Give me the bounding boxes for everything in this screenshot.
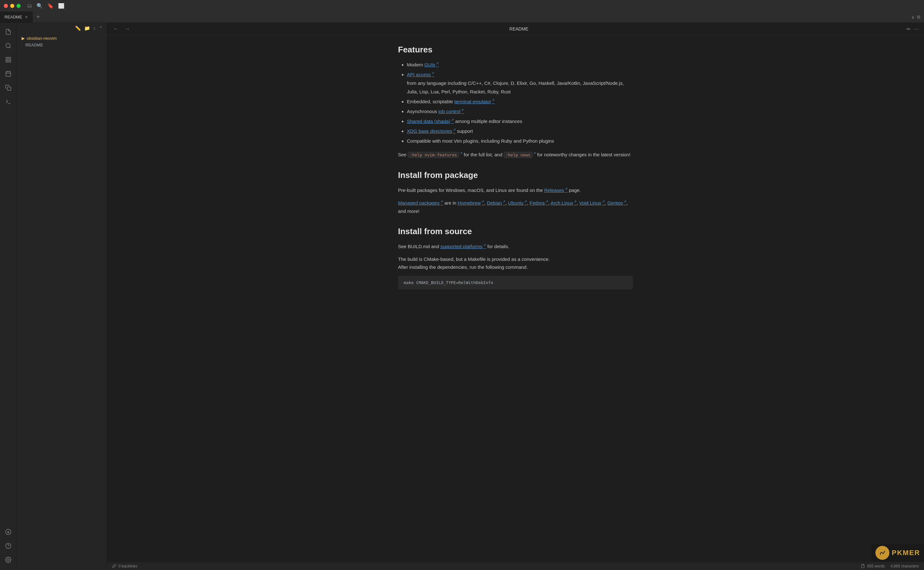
minimize-button[interactable] — [10, 4, 14, 8]
pkmer-logo — [875, 546, 889, 560]
folder-obsidian-neovim[interactable]: ▶ obsidian-neovim — [17, 35, 107, 41]
edit-icon[interactable]: ✏ — [907, 26, 911, 32]
back-button[interactable]: ← — [112, 25, 120, 32]
folder-label: obsidian-neovim — [27, 36, 57, 41]
tab-split-icon[interactable]: ⧉ — [917, 14, 920, 20]
file-manager-icon[interactable]: 🗂 — [27, 3, 32, 9]
svg-point-0 — [6, 43, 10, 48]
bookmark-icon[interactable]: 🔖 — [47, 3, 54, 9]
sidebar-icon-help[interactable] — [2, 539, 15, 552]
features-heading: Features — [398, 45, 633, 55]
words-value: 655 words — [867, 564, 884, 568]
tabbar: README ✕ + ∨ ⧉ — [0, 11, 924, 23]
releases-link[interactable]: Releases↗ — [544, 187, 568, 193]
chars-value: 4,866 characters — [890, 564, 919, 568]
fedora-link[interactable]: Fedora↗ — [529, 200, 548, 205]
gentoo-link[interactable]: Gentoo↗ — [607, 200, 626, 205]
supported-platforms-link[interactable]: supported platforms↗ — [440, 244, 486, 249]
file-tree: ▶ obsidian-neovim README — [17, 34, 107, 49]
word-count: 655 words — [861, 564, 884, 568]
sidebar-icon-search[interactable] — [2, 40, 15, 52]
sidebar-icon-calendar[interactable] — [2, 67, 15, 80]
forward-button[interactable]: → — [124, 25, 131, 32]
char-count: 4,866 characters — [890, 564, 919, 568]
job-control-link[interactable]: job control↗ — [438, 109, 464, 114]
feature-shada: Shared data (shada)↗ among multiple edit… — [407, 117, 633, 126]
titlebar: 🗂 🔍 🔖 ⬜ — [0, 0, 924, 11]
sidebar-icon-extensions[interactable] — [2, 54, 15, 66]
shared-data-link[interactable]: Shared data (shada)↗ — [407, 118, 454, 124]
maximize-button[interactable] — [17, 4, 21, 8]
file-label: README — [25, 43, 43, 48]
more-icon[interactable]: ⋯ — [914, 26, 919, 32]
tab-close-icon[interactable]: ✕ — [25, 15, 28, 19]
pkmer-label: PKMER — [892, 549, 920, 557]
new-file-icon[interactable]: ✏️ — [75, 25, 81, 31]
statusbar: 0 backlinks 655 words 4,866 characters — [107, 562, 924, 570]
main-layout: ✏️ 📁 ↕ ⌃ ▶ obsidian-neovim README ← → RE… — [0, 23, 924, 570]
sidebar-icon-files[interactable] — [2, 25, 15, 38]
search-icon[interactable]: 🔍 — [37, 3, 43, 9]
file-panel-header: ✏️ 📁 ↕ ⌃ — [17, 23, 107, 34]
new-folder-icon[interactable]: 📁 — [84, 25, 90, 31]
folder-icon: ▶ — [21, 36, 25, 41]
feature-api: API access↗ from any language including … — [407, 70, 633, 96]
svg-rect-2 — [6, 58, 8, 60]
homebrew-link[interactable]: Homebrew↗ — [458, 200, 484, 205]
feature-jobcontrol: Asynchronous job control↗ — [407, 107, 633, 116]
install-source-heading: Install from source — [398, 227, 633, 236]
tab-right-actions: ∨ ⧉ — [911, 14, 924, 20]
tab-add-icon[interactable]: + — [33, 14, 44, 20]
panel-icon[interactable]: ⬜ — [58, 3, 64, 9]
svg-point-14 — [5, 543, 11, 549]
sort-icon[interactable]: ↕ — [93, 25, 96, 31]
features-note: See :help nvim-features↗ for the full li… — [398, 150, 633, 159]
backlinks-count: 0 backlinks — [118, 564, 137, 568]
debian-link[interactable]: Debian↗ — [487, 200, 506, 205]
titlebar-icons: 🗂 🔍 🔖 ⬜ — [27, 3, 64, 9]
help-news-code[interactable]: :help news — [504, 152, 532, 158]
feature-terminal: Embedded, scriptable terminal emulator↗ — [407, 97, 633, 106]
features-list: Modern GUIs↗ API access↗ from any langua… — [398, 60, 633, 145]
sidebar-icon-download[interactable] — [2, 526, 15, 538]
ubuntu-link[interactable]: Ubuntu↗ — [508, 200, 527, 205]
close-button[interactable] — [4, 4, 8, 8]
feature-vim-compat: Compatible with most Vim plugins, includ… — [407, 136, 633, 145]
cmake-command: make CMAKE_BUILD_TYPE=RelWithDebInfo — [404, 280, 493, 285]
tab-dropdown-icon[interactable]: ∨ — [911, 15, 915, 20]
sidebar-icon-terminal[interactable] — [2, 95, 15, 108]
svg-rect-6 — [6, 72, 11, 76]
file-readme[interactable]: README — [17, 41, 107, 48]
svg-point-16 — [7, 559, 9, 561]
svg-rect-5 — [6, 60, 8, 62]
api-access-link[interactable]: API access↗ — [407, 72, 434, 77]
readme-content[interactable]: Features Modern GUIs↗ API access↗ from a… — [379, 35, 652, 562]
guis-link[interactable]: GUIs↗ — [424, 62, 439, 67]
statusbar-right: 655 words 4,866 characters — [861, 564, 919, 568]
managed-packages-desc: Managed packages↗ are in Homebrew↗, Debi… — [398, 199, 633, 215]
cmake-code-block: make CMAKE_BUILD_TYPE=RelWithDebInfo — [398, 276, 633, 290]
sidebar-icon-copy[interactable] — [2, 81, 15, 94]
content-area: ← → README ✏ ⋯ Features Modern GUIs↗ API… — [107, 23, 924, 570]
pkmer-badge: PKMER — [872, 544, 924, 562]
content-actions: ✏ ⋯ — [907, 26, 919, 32]
cmake-desc: The build is CMake-based, but a Makefile… — [398, 255, 633, 271]
install-source-desc: See BUILD.md and supported platforms↗ fo… — [398, 242, 633, 251]
svg-rect-10 — [7, 87, 11, 90]
help-nvim-code[interactable]: :help nvim-features — [408, 152, 459, 158]
feature-guis: Modern GUIs↗ — [407, 60, 633, 69]
traffic-lights — [4, 4, 21, 8]
svg-rect-3 — [9, 58, 11, 60]
content-title: README — [135, 26, 903, 31]
sidebar-icon-settings[interactable] — [2, 553, 15, 566]
sidebar — [0, 23, 17, 570]
backlinks-status: 0 backlinks — [112, 564, 137, 568]
tab-label: README — [5, 15, 22, 19]
collapse-icon[interactable]: ⌃ — [99, 25, 103, 31]
xdg-link[interactable]: XDG base directories↗ — [407, 128, 456, 134]
terminal-emulator-link[interactable]: terminal emulator↗ — [454, 99, 494, 104]
tab-readme[interactable]: README ✕ — [0, 11, 33, 23]
managed-packages-link[interactable]: Managed packages↗ — [398, 200, 443, 205]
arch-linux-link[interactable]: Arch Linux↗ — [551, 200, 577, 205]
void-linux-link[interactable]: Void Linux↗ — [579, 200, 605, 205]
